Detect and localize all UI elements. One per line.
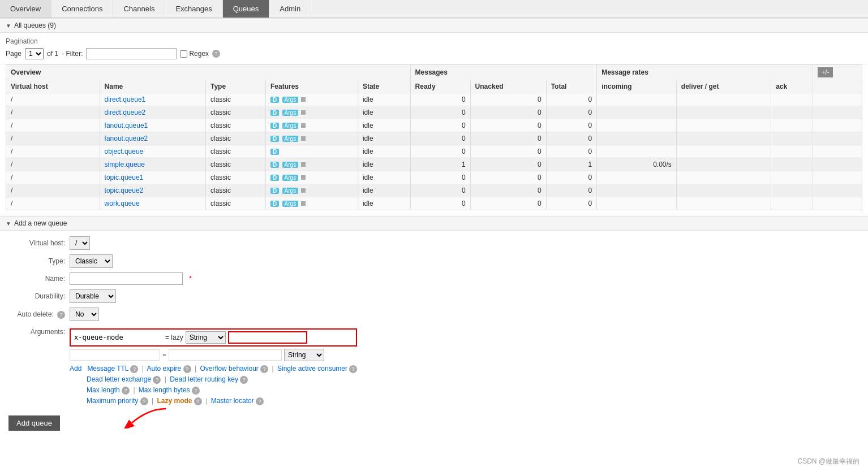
- cell-name[interactable]: work.queue: [100, 197, 205, 210]
- small-square: [301, 175, 306, 180]
- queue-name-link[interactable]: simple.queue: [105, 161, 145, 168]
- badge-args[interactable]: Args: [282, 162, 299, 168]
- queue-name-link[interactable]: topic.queue1: [105, 174, 144, 181]
- badge-d[interactable]: D: [270, 188, 279, 194]
- cell-name[interactable]: direct.queue1: [100, 93, 205, 106]
- single-active-help[interactable]: ?: [349, 365, 357, 373]
- overflow-help[interactable]: ?: [260, 365, 268, 373]
- cell-name[interactable]: fanout.queue2: [100, 132, 205, 145]
- link-max-length[interactable]: Max length: [87, 386, 120, 394]
- link-dead-letter-routing-key[interactable]: Dead letter routing key: [170, 375, 238, 383]
- auto-expire-help[interactable]: ?: [183, 365, 191, 373]
- cell-ready: 0: [410, 171, 470, 184]
- regex-label[interactable]: Regex: [180, 50, 209, 58]
- cell-incoming: [597, 145, 677, 158]
- cell-name[interactable]: topic.queue2: [100, 184, 205, 197]
- link-auto-expire[interactable]: Auto expire: [147, 365, 182, 373]
- filter-input[interactable]: [86, 48, 177, 59]
- nav-queues[interactable]: Queues: [223, 0, 270, 18]
- link-single-active-consumer[interactable]: Single active consumer: [277, 365, 347, 373]
- page-select[interactable]: 1: [25, 48, 44, 59]
- regex-help-icon[interactable]: ?: [212, 50, 220, 58]
- cell-unacked: 0: [470, 171, 546, 184]
- maximum-priority-help[interactable]: ?: [140, 397, 148, 405]
- add-queue-header[interactable]: ▼ Add a new queue: [0, 216, 868, 231]
- arg1-extra-input[interactable]: [228, 331, 307, 344]
- badge-d[interactable]: D: [270, 136, 279, 142]
- cell-ready: 0: [410, 132, 470, 145]
- badge-d[interactable]: D: [270, 123, 279, 129]
- arrow-annotation: [121, 406, 188, 430]
- max-length-help[interactable]: ?: [122, 387, 130, 395]
- cell-extra: [813, 119, 862, 132]
- auto-delete-help-icon[interactable]: ?: [57, 311, 65, 319]
- link-maximum-priority[interactable]: Maximum priority: [87, 397, 138, 405]
- link-dead-letter-exchange[interactable]: Dead letter exchange: [87, 375, 151, 383]
- max-length-bytes-help[interactable]: ?: [192, 387, 200, 395]
- add-link[interactable]: Add: [70, 365, 81, 373]
- top-nav: Overview Connections Channels Exchanges …: [0, 0, 868, 18]
- plus-minus-btn-cell[interactable]: +/-: [813, 65, 862, 80]
- nav-exchanges[interactable]: Exchanges: [165, 0, 222, 18]
- queue-name-link[interactable]: direct.queue2: [105, 109, 146, 116]
- all-queues-header[interactable]: ▼ All queues (9): [0, 18, 868, 33]
- badge-d[interactable]: D: [270, 175, 279, 181]
- regex-checkbox[interactable]: [180, 50, 187, 58]
- add-queue-button[interactable]: Add queue: [8, 415, 60, 431]
- badge-args[interactable]: Args: [282, 175, 299, 181]
- badge-d[interactable]: D: [270, 149, 279, 155]
- badge-d[interactable]: D: [270, 201, 279, 207]
- plus-minus-button[interactable]: +/-: [818, 67, 832, 77]
- link-lazy-mode[interactable]: Lazy mode: [157, 397, 192, 405]
- link-overflow-behaviour[interactable]: Overflow behaviour: [200, 365, 258, 373]
- virtual-host-select[interactable]: /: [70, 236, 90, 250]
- type-select[interactable]: Classic Quorum Stream: [70, 254, 113, 268]
- cell-name[interactable]: direct.queue2: [100, 106, 205, 119]
- queue-name-link[interactable]: topic.queue2: [105, 187, 144, 194]
- lazy-mode-help[interactable]: ?: [194, 397, 202, 405]
- cell-name[interactable]: object.queue: [100, 145, 205, 158]
- queue-name-link[interactable]: work.queue: [105, 200, 140, 207]
- cell-name[interactable]: topic.queue1: [100, 171, 205, 184]
- arg2-key-input[interactable]: [70, 349, 160, 361]
- link-max-length-bytes[interactable]: Max length bytes: [139, 386, 190, 394]
- col-type: Type: [206, 80, 266, 93]
- queue-name-link[interactable]: direct.queue1: [105, 96, 146, 103]
- dead-letter-exchange-help[interactable]: ?: [153, 376, 161, 384]
- nav-connections[interactable]: Connections: [51, 0, 113, 18]
- dead-letter-routing-key-help[interactable]: ?: [240, 376, 248, 384]
- arg1-key-input[interactable]: [72, 332, 163, 343]
- name-input[interactable]: [70, 272, 183, 285]
- link-master-locator[interactable]: Master locator: [211, 397, 254, 405]
- cell-name[interactable]: simple.queue: [100, 158, 205, 171]
- link-message-ttl[interactable]: Message TTL: [87, 365, 128, 373]
- cell-name[interactable]: fanout.queue1: [100, 119, 205, 132]
- arg1-type-select[interactable]: String Number Boolean: [186, 331, 226, 344]
- auto-delete-select[interactable]: No Yes: [70, 308, 99, 321]
- badge-args[interactable]: Args: [282, 110, 299, 116]
- nav-overview[interactable]: Overview: [0, 0, 51, 18]
- queue-name-link[interactable]: object.queue: [105, 148, 144, 155]
- durability-select[interactable]: Durable Transient: [70, 289, 116, 303]
- badge-args[interactable]: Args: [282, 97, 299, 103]
- nav-admin[interactable]: Admin: [269, 0, 311, 18]
- badge-args[interactable]: Args: [282, 136, 299, 142]
- queue-name-link[interactable]: fanout.queue2: [105, 135, 148, 142]
- message-ttl-help[interactable]: ?: [130, 365, 138, 373]
- badge-args[interactable]: Args: [282, 201, 299, 207]
- badge-d[interactable]: D: [270, 110, 279, 116]
- cell-features: D Args: [266, 132, 358, 145]
- collapse-arrow: ▼: [6, 23, 11, 29]
- badge-args[interactable]: Args: [282, 123, 299, 129]
- arg2-type-select[interactable]: String Number Boolean: [284, 349, 324, 361]
- badge-args[interactable]: Args: [282, 188, 299, 194]
- cell-vhost: /: [6, 197, 100, 210]
- durability-row: Durability: Durable Transient: [8, 289, 860, 303]
- master-locator-help[interactable]: ?: [256, 397, 264, 405]
- arg2-val-input[interactable]: [169, 349, 282, 361]
- badge-d[interactable]: D: [270, 162, 279, 168]
- page-label: Page: [6, 50, 22, 58]
- badge-d[interactable]: D: [270, 97, 279, 103]
- queue-name-link[interactable]: fanout.queue1: [105, 122, 148, 129]
- nav-channels[interactable]: Channels: [113, 0, 165, 18]
